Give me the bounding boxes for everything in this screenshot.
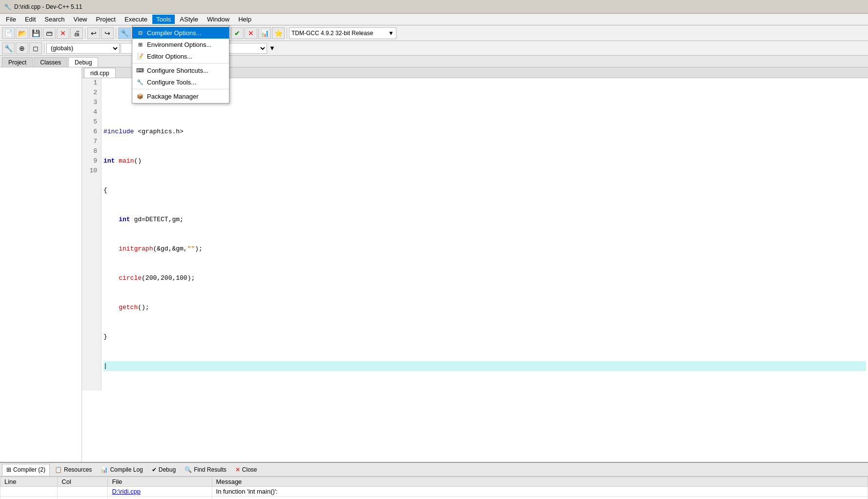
save-all-button[interactable]: 🗃 — [43, 27, 56, 39]
menu-tools[interactable]: Tools — [152, 15, 175, 24]
ln-8: 8 — [86, 146, 97, 156]
tb2-btn2[interactable]: ⊕ — [16, 42, 28, 54]
x-button[interactable]: ✕ — [245, 27, 257, 39]
code-line-9: } — [103, 332, 866, 342]
left-panel — [0, 67, 82, 462]
ln-2: 2 — [86, 88, 97, 98]
editor-options-icon: 📝 — [136, 52, 144, 60]
compiler-options-icon: ⊟ — [136, 29, 144, 37]
open-button[interactable]: 📂 — [16, 27, 28, 39]
code-line-5: int gd=DETECT,gm; — [103, 215, 866, 225]
menu-execute[interactable]: Execute — [121, 15, 151, 24]
file-tab-ridi[interactable]: ridi.cpp — [84, 68, 116, 78]
code-line-4: { — [103, 186, 866, 195]
dropdown-btn[interactable]: ▼ — [269, 44, 275, 52]
main-area: ridi.cpp 1 2 3 4 5 6 7 8 9 10 #include <… — [0, 67, 868, 462]
menu-file[interactable]: File — [2, 15, 20, 24]
ln-9: 9 — [86, 156, 97, 166]
code-editor[interactable]: 1 2 3 4 5 6 7 8 9 10 #include <graphics.… — [82, 78, 868, 391]
col-line: Line — [0, 477, 58, 487]
tab-compiler[interactable]: ⊞ Compiler (2) — [2, 464, 50, 476]
tab-resources[interactable]: 📋 Resources — [51, 464, 96, 476]
menu-help[interactable]: Help — [234, 15, 255, 24]
sep4 — [287, 28, 287, 39]
redo-button[interactable]: ↪ — [101, 27, 114, 39]
editor-area: ridi.cpp 1 2 3 4 5 6 7 8 9 10 #include <… — [82, 67, 868, 462]
app-icon: 🔧 — [4, 3, 11, 10]
tab-classes[interactable]: Classes — [34, 57, 67, 67]
row2-col: 25 — [58, 497, 108, 499]
print-button[interactable]: 🖨 — [70, 27, 83, 39]
debug-icon: ✔ — [152, 466, 157, 473]
undo-button[interactable]: ↩ — [87, 27, 100, 39]
bottom-content: Line Col File Message D:\ridi.cpp In fun… — [0, 477, 868, 499]
table-row: D:\ridi.cpp In function 'int main()': — [0, 487, 868, 497]
menu-section-3: 📦 Package Manager — [132, 89, 229, 103]
menu-view[interactable]: View — [70, 15, 91, 24]
menu-section-2: ⌨ Configure Shortcuts... 🔧 Configure Too… — [132, 63, 229, 89]
menu-search[interactable]: Search — [41, 15, 68, 24]
menu-editor-options[interactable]: 📝 Editor Options... — [132, 50, 229, 62]
menu-env-options[interactable]: ⊞ Environment Options... — [132, 39, 229, 50]
menu-configure-shortcuts[interactable]: ⌨ Configure Shortcuts... — [132, 64, 229, 76]
tab-find-results[interactable]: 🔍 Find Results — [181, 464, 230, 476]
scope-dropdown[interactable]: (globals) — [46, 43, 120, 54]
title-text: D:\ridi.cpp - Dev-C++ 5.11 — [14, 3, 82, 10]
new-button[interactable]: 📄 — [2, 27, 15, 39]
tab-close[interactable]: ✕ Close — [231, 464, 261, 476]
menu-package-manager[interactable]: 📦 Package Manager — [132, 90, 229, 102]
ln-7: 7 — [86, 137, 97, 146]
compiler-dropdown[interactable]: TDM-GCC 4.9.2 32-bit Release ▼ — [289, 27, 396, 39]
find-icon: 🔍 — [185, 466, 192, 473]
menu-configure-tools[interactable]: 🔧 Configure Tools... — [132, 76, 229, 88]
save-button[interactable]: 💾 — [29, 27, 42, 39]
ln-5: 5 — [86, 117, 97, 127]
star-button[interactable]: ⭐ — [272, 27, 285, 39]
tool1[interactable]: 🔧 — [118, 27, 131, 39]
col-message: Message — [212, 477, 868, 487]
code-line-3: int main() — [103, 156, 866, 166]
tb2-btn1[interactable]: 🔧 — [2, 42, 15, 54]
row1-line — [0, 487, 58, 497]
menu-edit[interactable]: Edit — [21, 15, 40, 24]
line-numbers: 1 2 3 4 5 6 7 8 9 10 — [82, 78, 102, 391]
configure-tools-icon: 🔧 — [136, 78, 144, 86]
row2-message: [Warning] deprecated conversion from str… — [212, 497, 868, 499]
sep1 — [85, 28, 85, 39]
tab-debug-bottom[interactable]: ✔ Debug — [148, 464, 180, 476]
code-line-6: initgraph(&gd,&gm,""); — [103, 244, 866, 254]
title-bar: 🔧 D:\ridi.cpp - Dev-C++ 5.11 — [0, 0, 868, 14]
row2-line: 6 — [0, 497, 58, 499]
menu-astyle[interactable]: AStyle — [176, 15, 202, 24]
ln-10: 10 — [86, 166, 97, 176]
tab-debug[interactable]: Debug — [68, 57, 98, 67]
row1-file[interactable]: D:\ridi.cpp — [108, 487, 212, 497]
row1-message: In function 'int main()': — [212, 487, 868, 497]
chart-button[interactable]: 📊 — [258, 27, 271, 39]
ln-4: 4 — [86, 107, 97, 117]
menu-project[interactable]: Project — [92, 15, 120, 24]
check-button[interactable]: ✔ — [231, 27, 244, 39]
ln-3: 3 — [86, 98, 97, 107]
resources-icon: 📋 — [55, 466, 62, 473]
tb2-btn3[interactable]: ◻ — [29, 42, 42, 54]
menu-window[interactable]: Window — [203, 15, 233, 24]
row1-col — [58, 487, 108, 497]
sep5 — [44, 43, 44, 54]
compiler-value: TDM-GCC 4.9.2 32-bit Release — [291, 30, 373, 37]
code-line-8: getch(); — [103, 303, 866, 312]
log-icon: 📊 — [101, 466, 108, 473]
close-button[interactable]: ✕ — [57, 27, 69, 39]
code-content[interactable]: #include <graphics.h> int main() { int g… — [102, 78, 868, 391]
tab-project[interactable]: Project — [2, 57, 33, 67]
env-options-icon: ⊞ — [136, 41, 144, 48]
tab-compile-log[interactable]: 📊 Compile Log — [97, 464, 146, 476]
toolbar1: 📄 📂 💾 🗃 ✕ 🖨 ↩ ↪ 🔧 📋 📑 ⊞ ☰ ⬛ ⊟ ⊞ ✔ ✕ 📊 ⭐ … — [0, 25, 868, 41]
menu-compiler-options[interactable]: ⊟ Compiler Options... — [132, 27, 229, 39]
bottom-tabs: ⊞ Compiler (2) 📋 Resources 📊 Compile Log… — [0, 463, 868, 477]
row2-file[interactable]: D:\ridi.cpp — [108, 497, 212, 499]
code-line-2: #include <graphics.h> — [103, 127, 866, 137]
table-row: 6 25 D:\ridi.cpp [Warning] deprecated co… — [0, 497, 868, 499]
tools-menu: ⊟ Compiler Options... ⊞ Environment Opti… — [132, 25, 229, 104]
sep2 — [116, 28, 116, 39]
